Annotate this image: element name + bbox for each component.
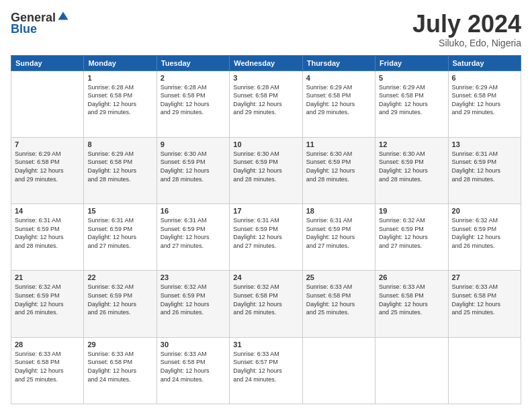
- day-number: 1: [87, 74, 152, 82]
- day-info: Sunrise: 6:32 AM Sunset: 6:59 PM Dayligh…: [379, 216, 444, 250]
- table-row: 5Sunrise: 6:29 AM Sunset: 6:58 PM Daylig…: [375, 71, 448, 137]
- day-number: 5: [379, 74, 444, 82]
- table-row: 26Sunrise: 6:33 AM Sunset: 6:58 PM Dayli…: [375, 271, 448, 337]
- table-row: 27Sunrise: 6:33 AM Sunset: 6:58 PM Dayli…: [448, 271, 521, 337]
- table-row: 4Sunrise: 6:29 AM Sunset: 6:58 PM Daylig…: [302, 71, 375, 137]
- day-info: Sunrise: 6:30 AM Sunset: 6:59 PM Dayligh…: [233, 150, 298, 183]
- table-row: 13Sunrise: 6:31 AM Sunset: 6:59 PM Dayli…: [448, 137, 521, 203]
- day-info: Sunrise: 6:31 AM Sunset: 6:59 PM Dayligh…: [306, 216, 371, 250]
- day-info: Sunrise: 6:33 AM Sunset: 6:58 PM Dayligh…: [161, 350, 226, 383]
- day-number: 6: [452, 74, 517, 82]
- day-number: 26: [379, 273, 444, 281]
- day-info: Sunrise: 6:33 AM Sunset: 6:58 PM Dayligh…: [15, 350, 80, 383]
- calendar-header-row: Sunday Monday Tuesday Wednesday Thursday…: [11, 55, 521, 71]
- day-info: Sunrise: 6:28 AM Sunset: 6:58 PM Dayligh…: [87, 83, 152, 117]
- day-number: 18: [306, 207, 371, 215]
- table-row: 2Sunrise: 6:28 AM Sunset: 6:58 PM Daylig…: [157, 71, 229, 137]
- col-saturday: Saturday: [448, 55, 521, 71]
- table-row: 6Sunrise: 6:29 AM Sunset: 6:58 PM Daylig…: [448, 71, 521, 137]
- day-info: Sunrise: 6:32 AM Sunset: 6:59 PM Dayligh…: [87, 283, 152, 316]
- day-number: 21: [15, 273, 80, 281]
- logo-icon: [57, 11, 69, 23]
- day-info: Sunrise: 6:31 AM Sunset: 6:59 PM Dayligh…: [233, 216, 298, 250]
- day-number: 31: [233, 340, 298, 349]
- day-info: Sunrise: 6:30 AM Sunset: 6:59 PM Dayligh…: [161, 150, 226, 183]
- day-info: Sunrise: 6:30 AM Sunset: 6:59 PM Dayligh…: [306, 150, 371, 183]
- table-row: 9Sunrise: 6:30 AM Sunset: 6:59 PM Daylig…: [157, 137, 229, 203]
- table-row: 11Sunrise: 6:30 AM Sunset: 6:59 PM Dayli…: [302, 137, 375, 203]
- svg-marker-0: [58, 11, 69, 19]
- calendar-table: Sunday Monday Tuesday Wednesday Thursday…: [11, 55, 521, 404]
- day-info: Sunrise: 6:29 AM Sunset: 6:58 PM Dayligh…: [87, 150, 152, 183]
- day-info: Sunrise: 6:32 AM Sunset: 6:59 PM Dayligh…: [15, 283, 80, 316]
- table-row: [448, 337, 521, 404]
- table-row: 29Sunrise: 6:33 AM Sunset: 6:58 PM Dayli…: [84, 337, 157, 404]
- day-number: 10: [233, 140, 298, 148]
- table-row: 3Sunrise: 6:28 AM Sunset: 6:58 PM Daylig…: [230, 71, 302, 137]
- col-wednesday: Wednesday: [230, 55, 302, 71]
- day-number: 17: [233, 207, 298, 215]
- month-title: July 2024: [412, 11, 521, 38]
- day-number: 30: [161, 340, 226, 349]
- day-info: Sunrise: 6:31 AM Sunset: 6:59 PM Dayligh…: [87, 216, 152, 250]
- day-info: Sunrise: 6:32 AM Sunset: 6:58 PM Dayligh…: [233, 283, 298, 316]
- day-info: Sunrise: 6:31 AM Sunset: 6:59 PM Dayligh…: [15, 216, 80, 250]
- day-number: 27: [452, 273, 517, 281]
- table-row: 16Sunrise: 6:31 AM Sunset: 6:59 PM Dayli…: [157, 204, 229, 271]
- table-row: 12Sunrise: 6:30 AM Sunset: 6:59 PM Dayli…: [375, 137, 448, 203]
- day-info: Sunrise: 6:32 AM Sunset: 6:59 PM Dayligh…: [161, 283, 226, 316]
- day-info: Sunrise: 6:33 AM Sunset: 6:58 PM Dayligh…: [379, 283, 444, 316]
- table-row: 21Sunrise: 6:32 AM Sunset: 6:59 PM Dayli…: [11, 271, 84, 337]
- table-row: [375, 337, 448, 404]
- day-info: Sunrise: 6:33 AM Sunset: 6:58 PM Dayligh…: [306, 283, 371, 316]
- table-row: 10Sunrise: 6:30 AM Sunset: 6:59 PM Dayli…: [230, 137, 302, 203]
- table-row: [302, 337, 375, 404]
- day-number: 3: [233, 74, 298, 82]
- table-row: 7Sunrise: 6:29 AM Sunset: 6:58 PM Daylig…: [11, 137, 84, 203]
- day-number: 28: [15, 340, 80, 349]
- day-info: Sunrise: 6:33 AM Sunset: 6:58 PM Dayligh…: [87, 350, 152, 383]
- table-row: 22Sunrise: 6:32 AM Sunset: 6:59 PM Dayli…: [84, 271, 157, 337]
- table-row: 8Sunrise: 6:29 AM Sunset: 6:58 PM Daylig…: [84, 137, 157, 203]
- table-row: 24Sunrise: 6:32 AM Sunset: 6:58 PM Dayli…: [230, 271, 302, 337]
- day-info: Sunrise: 6:31 AM Sunset: 6:59 PM Dayligh…: [452, 150, 517, 183]
- table-row: 28Sunrise: 6:33 AM Sunset: 6:58 PM Dayli…: [11, 337, 84, 404]
- day-number: 14: [15, 207, 80, 215]
- day-info: Sunrise: 6:33 AM Sunset: 6:58 PM Dayligh…: [452, 283, 517, 316]
- table-row: 19Sunrise: 6:32 AM Sunset: 6:59 PM Dayli…: [375, 204, 448, 271]
- table-row: 17Sunrise: 6:31 AM Sunset: 6:59 PM Dayli…: [230, 204, 302, 271]
- logo: General Blue: [11, 11, 69, 36]
- day-number: 25: [306, 273, 371, 281]
- calendar-week-row: 7Sunrise: 6:29 AM Sunset: 6:58 PM Daylig…: [11, 137, 521, 203]
- table-row: [11, 71, 84, 137]
- calendar-week-row: 14Sunrise: 6:31 AM Sunset: 6:59 PM Dayli…: [11, 204, 521, 271]
- day-number: 29: [87, 340, 152, 349]
- day-number: 11: [306, 140, 371, 148]
- day-number: 8: [87, 140, 152, 148]
- col-monday: Monday: [84, 55, 157, 71]
- col-tuesday: Tuesday: [157, 55, 229, 71]
- day-info: Sunrise: 6:28 AM Sunset: 6:58 PM Dayligh…: [161, 83, 226, 117]
- title-block: July 2024 Siluko, Edo, Nigeria: [412, 11, 521, 48]
- day-number: 2: [161, 74, 226, 82]
- day-info: Sunrise: 6:29 AM Sunset: 6:58 PM Dayligh…: [15, 150, 80, 183]
- day-info: Sunrise: 6:30 AM Sunset: 6:59 PM Dayligh…: [379, 150, 444, 183]
- col-sunday: Sunday: [11, 55, 84, 71]
- day-number: 20: [452, 207, 517, 215]
- day-number: 9: [161, 140, 226, 148]
- day-number: 4: [306, 74, 371, 82]
- table-row: 31Sunrise: 6:33 AM Sunset: 6:57 PM Dayli…: [230, 337, 302, 404]
- col-friday: Friday: [375, 55, 448, 71]
- day-number: 16: [161, 207, 226, 215]
- day-info: Sunrise: 6:29 AM Sunset: 6:58 PM Dayligh…: [452, 83, 517, 117]
- day-info: Sunrise: 6:29 AM Sunset: 6:58 PM Dayligh…: [306, 83, 371, 117]
- day-number: 15: [87, 207, 152, 215]
- day-number: 23: [161, 273, 226, 281]
- table-row: 23Sunrise: 6:32 AM Sunset: 6:59 PM Dayli…: [157, 271, 229, 337]
- day-number: 22: [87, 273, 152, 281]
- day-info: Sunrise: 6:29 AM Sunset: 6:58 PM Dayligh…: [379, 83, 444, 117]
- table-row: 25Sunrise: 6:33 AM Sunset: 6:58 PM Dayli…: [302, 271, 375, 337]
- page: General Blue July 2024 Siluko, Edo, Nige…: [0, 0, 532, 411]
- location-subtitle: Siluko, Edo, Nigeria: [412, 38, 521, 48]
- calendar-week-row: 28Sunrise: 6:33 AM Sunset: 6:58 PM Dayli…: [11, 337, 521, 404]
